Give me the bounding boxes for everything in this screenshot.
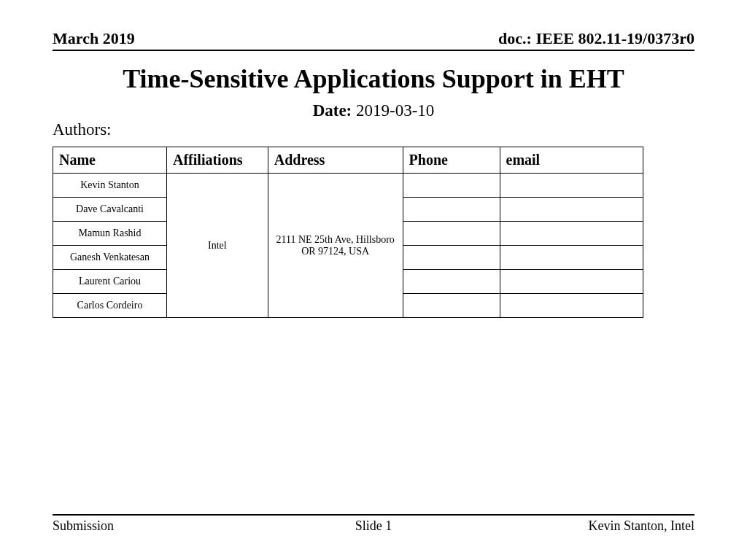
cell-name: Ganesh Venkatesan [53,246,167,270]
cell-phone [403,246,500,270]
th-phone: Phone [403,147,500,174]
cell-email [500,246,643,270]
cell-phone [403,198,500,222]
slide-footer: Submission Slide 1 Kevin Stanton, Intel [53,514,694,534]
cell-address: 2111 NE 25th Ave, Hillsboro OR 97124, US… [268,174,403,318]
th-affiliations: Affiliations [167,147,268,174]
footer-left: Submission [53,518,114,534]
authors-label: Authors: [53,120,694,139]
authors-table: Name Affiliations Address Phone email Ke… [53,147,643,318]
footer-right: Kevin Stanton, Intel [589,518,694,534]
table-row: Kevin Stanton Intel 2111 NE 25th Ave, Hi… [53,174,643,198]
th-email: email [500,147,643,174]
cell-email [500,198,643,222]
cell-email [500,294,643,318]
cell-phone [403,270,500,294]
header-date: March 2019 [53,29,135,48]
date-label: Date: [313,101,352,120]
cell-phone [403,174,500,198]
cell-phone [403,294,500,318]
date-line: Date: 2019-03-10 [53,101,694,120]
cell-email [500,270,643,294]
table-header-row: Name Affiliations Address Phone email [53,147,643,174]
cell-email [500,174,643,198]
cell-phone [403,222,500,246]
cell-email [500,222,643,246]
th-address: Address [268,147,403,174]
cell-name: Laurent Cariou [53,270,167,294]
cell-name: Mamun Rashid [53,222,167,246]
cell-name: Carlos Cordeiro [53,294,167,318]
footer-center: Slide 1 [355,518,392,534]
cell-name: Kevin Stanton [53,174,167,198]
cell-name: Dave Cavalcanti [53,198,167,222]
th-name: Name [53,147,167,174]
slide-title: Time-Sensitive Applications Support in E… [53,64,694,94]
slide-header: March 2019 doc.: IEEE 802.11-19/0373r0 [53,29,694,51]
header-doc-id: doc.: IEEE 802.11-19/0373r0 [498,29,694,48]
cell-affiliation: Intel [167,174,268,318]
date-value: 2019-03-10 [356,101,434,120]
